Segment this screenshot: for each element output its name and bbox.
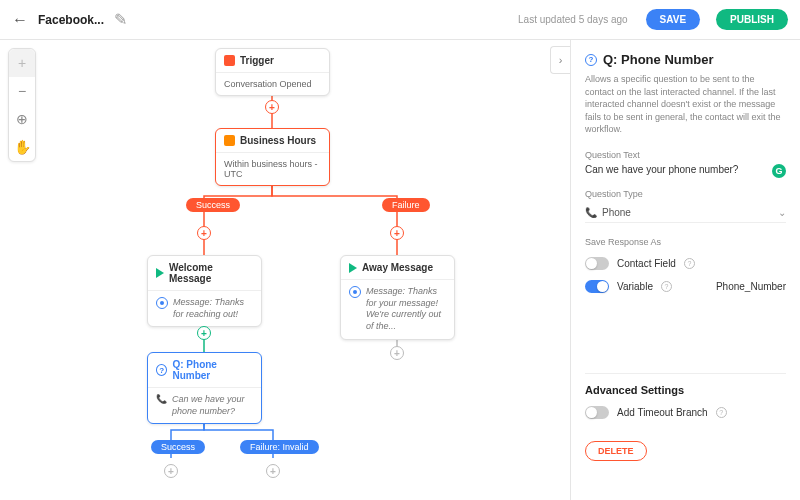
chevron-down-icon: ⌄ bbox=[778, 207, 786, 218]
node-welcome-message[interactable]: Welcome Message Message: Thanks for reac… bbox=[147, 255, 262, 327]
node-title: Q: Phone Number bbox=[172, 359, 253, 381]
phone-icon: 📞 bbox=[156, 394, 167, 404]
help-icon[interactable]: ? bbox=[661, 281, 672, 292]
node-away-message[interactable]: Away Message Message: Thanks for your me… bbox=[340, 255, 455, 340]
question-icon: ? bbox=[156, 364, 167, 376]
grammarly-icon: G bbox=[772, 164, 786, 178]
node-question-phone[interactable]: ?Q: Phone Number 📞 Can we have your phon… bbox=[147, 352, 262, 424]
node-body: Conversation Opened bbox=[216, 73, 329, 95]
message-icon bbox=[156, 297, 168, 309]
delete-button[interactable]: DELETE bbox=[585, 441, 647, 461]
send-icon bbox=[156, 268, 164, 278]
node-body: Within business hours - UTC bbox=[216, 153, 329, 185]
node-title: Away Message bbox=[362, 262, 433, 273]
save-response-label: Save Response As bbox=[585, 237, 786, 247]
add-step-button[interactable]: + bbox=[266, 464, 280, 478]
variable-name-input[interactable]: Phone_Number bbox=[716, 281, 786, 292]
variable-toggle[interactable] bbox=[585, 280, 609, 293]
help-icon[interactable]: ? bbox=[684, 258, 695, 269]
workflow-canvas[interactable]: + − ⊕ ✋ › Trigger Conversation Opened + … bbox=[0, 40, 570, 500]
message-icon bbox=[349, 286, 361, 298]
node-title: Trigger bbox=[240, 55, 274, 66]
phone-icon: 📞 bbox=[585, 207, 597, 218]
publish-button[interactable]: PUBLISH bbox=[716, 9, 788, 30]
save-button[interactable]: SAVE bbox=[646, 9, 701, 30]
contact-field-label: Contact Field bbox=[617, 258, 676, 269]
clock-icon bbox=[224, 135, 235, 146]
zoom-out-button[interactable]: − bbox=[9, 77, 35, 105]
contact-field-toggle[interactable] bbox=[585, 257, 609, 270]
zoom-in-button[interactable]: + bbox=[9, 49, 35, 77]
add-step-button[interactable]: + bbox=[164, 464, 178, 478]
node-business-hours[interactable]: Business Hours Within business hours - U… bbox=[215, 128, 330, 186]
node-title: Business Hours bbox=[240, 135, 316, 146]
send-icon bbox=[349, 263, 357, 273]
add-step-button[interactable]: + bbox=[390, 226, 404, 240]
node-trigger[interactable]: Trigger Conversation Opened bbox=[215, 48, 330, 96]
back-arrow-icon[interactable]: ← bbox=[12, 11, 28, 29]
branch-pill-failure: Failure bbox=[382, 198, 430, 212]
last-updated: Last updated 5 days ago bbox=[518, 14, 628, 25]
question-text-input[interactable]: Can we have your phone number? bbox=[585, 164, 738, 179]
branch-pill-success: Success bbox=[186, 198, 240, 212]
question-icon: ? bbox=[585, 54, 597, 66]
question-type-label: Question Type bbox=[585, 189, 786, 199]
edit-title-icon[interactable]: ✎ bbox=[114, 10, 127, 29]
timeout-label: Add Timeout Branch bbox=[617, 407, 708, 418]
timeout-toggle[interactable] bbox=[585, 406, 609, 419]
help-icon[interactable]: ? bbox=[716, 407, 727, 418]
node-title: Welcome Message bbox=[169, 262, 253, 284]
fit-view-button[interactable]: ⊕ bbox=[9, 105, 35, 133]
add-step-button[interactable]: + bbox=[197, 226, 211, 240]
add-step-button[interactable]: + bbox=[390, 346, 404, 360]
zoom-toolbar: + − ⊕ ✋ bbox=[8, 48, 36, 162]
topbar: ← Facebook... ✎ Last updated 5 days ago … bbox=[0, 0, 800, 40]
branch-pill-success: Success bbox=[151, 440, 205, 454]
question-text-label: Question Text bbox=[585, 150, 786, 160]
panel-description: Allows a specific question to be sent to… bbox=[585, 73, 786, 136]
add-step-button[interactable]: + bbox=[197, 326, 211, 340]
branch-pill-failure-invalid: Failure: Invalid bbox=[240, 440, 319, 454]
workflow-title: Facebook... bbox=[38, 13, 104, 27]
panel-title: Q: Phone Number bbox=[603, 52, 714, 67]
variable-label: Variable bbox=[617, 281, 653, 292]
lightning-icon bbox=[224, 55, 235, 66]
pan-button[interactable]: ✋ bbox=[9, 133, 35, 161]
advanced-settings-title: Advanced Settings bbox=[585, 384, 786, 396]
collapse-panel-button[interactable]: › bbox=[550, 46, 570, 74]
add-step-button[interactable]: + bbox=[265, 100, 279, 114]
question-type-select[interactable]: 📞Phone ⌄ bbox=[585, 203, 786, 223]
side-panel: ?Q: Phone Number Allows a specific quest… bbox=[570, 40, 800, 500]
